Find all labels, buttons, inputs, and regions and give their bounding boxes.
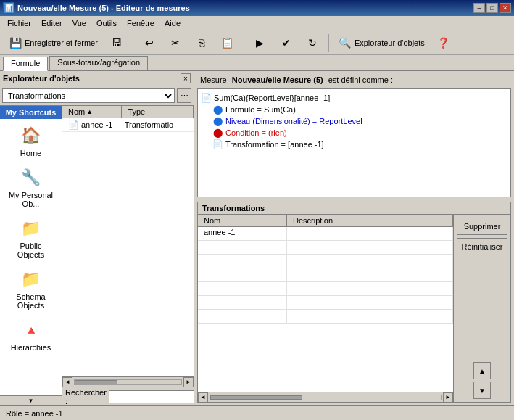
explorer-icon: 🔍 [338,36,352,50]
shortcut-personal-label: My Personal Ob... [9,191,54,208]
table-row[interactable] [198,268,453,282]
trans-cell-desc-5 [287,296,453,309]
trans-cell-nom-3 [198,268,287,281]
col-nom[interactable]: Nom ▲ [62,106,122,118]
hscroll-bar: ◄ ► [62,376,194,387]
left-panel: Explorateur d'objets × Transformations ⋯… [0,71,194,405]
shortcut-home-label: Home [20,149,41,157]
save-icon: 💾 [8,36,22,50]
trans-cell-desc-4 [287,282,453,295]
scroll-thumb [75,380,117,384]
shortcut-personal[interactable]: 🔧 My Personal Ob... [7,164,56,210]
run-button[interactable]: ▶ [248,33,273,53]
panel-close-button[interactable]: × [181,73,191,83]
tab-sous-totaux[interactable]: Sous-totaux/agrégation [49,56,148,70]
scroll-track[interactable] [74,379,182,385]
menu-fenetre[interactable]: Fenêtre [123,18,159,28]
tree-icon-1: ⬤ [212,104,223,115]
move-down-button[interactable]: ▼ [473,382,491,399]
shortcut-public[interactable]: 📁 Public Objects [7,215,56,261]
shortcut-public-label: Public Objects [9,242,54,259]
tab-formule[interactable]: Formule [3,57,48,71]
public-icon: 📁 [20,217,43,240]
category-dropdown[interactable]: Transformations [2,88,175,103]
left-panel-inner: My Shortcuts 🏠 Home 🔧 My Personal Ob... … [0,106,194,405]
scroll-left-button[interactable]: ◄ [62,377,72,387]
tree-text-4: Transformation = [annee -1] [225,140,324,149]
shortcut-schema[interactable]: 📁 Schema Objects [7,265,56,312]
row-name: 📄 annee -1 [65,120,122,130]
trans-cell-desc-6 [287,310,453,323]
menu-fichier[interactable]: Fichier [3,18,36,28]
scroll-right-button[interactable]: ► [183,377,194,387]
shortcuts-header: My Shortcuts [0,106,62,119]
check-button[interactable]: ✔ [274,33,299,53]
paste-button[interactable]: 📋 [215,33,240,53]
tree-text-3: Condition = (rien) [225,128,287,137]
check-icon: ✔ [279,36,294,50]
shortcut-home[interactable]: 🏠 Home [7,122,56,160]
panel-header: Explorateur d'objets × [0,71,194,86]
shortcut-hierarchies-label: Hierarchies [11,343,51,352]
col-type[interactable]: Type [122,106,194,118]
trans-cell-nom-1 [198,241,287,254]
trans-cell-nom-2 [198,255,287,268]
save-close-button[interactable]: 💾 Enregistrer et fermer [3,33,103,53]
maximize-button[interactable]: □ [486,3,498,13]
trans-scroll-track[interactable] [210,395,442,400]
shortcut-hierarchies[interactable]: 🔺 Hierarchies [7,316,56,354]
move-up-button[interactable]: ▲ [473,362,491,379]
menu-outils[interactable]: Outils [92,18,121,28]
tree-text-1: Formule = Sum(Ca) [225,105,296,114]
toolbar-sep-1 [133,34,133,52]
hierarchies-icon: 🔺 [20,318,43,342]
explorer-label: Explorateur d'objets [355,38,425,47]
copy-icon: ⎘ [194,36,209,50]
tree-item-3[interactable]: ⬤ Condition = (rien) [201,127,507,139]
cut-button[interactable]: ✂ [163,33,188,53]
tree-icon-2: ⬤ [212,116,223,126]
reinitialiser-button[interactable]: Réinitialiser [457,238,507,255]
table-row[interactable] [198,241,453,255]
table-row[interactable]: annee -1 [198,227,453,241]
measure-name: Nouveau/elle Mesure (5) [232,75,323,84]
menu-vue[interactable]: Vue [68,18,91,28]
toolbar-sep-3 [328,34,329,52]
refresh-button[interactable]: ↻ [300,33,325,53]
table-row[interactable] [198,255,453,268]
paste-icon: 📋 [220,36,235,50]
floppy-icon: 🖫 [109,36,124,50]
undo-button[interactable]: ↩ [137,33,162,53]
window-title: Nouveau/elle Mesure (5) - Editeur de mes… [17,4,190,12]
table-row[interactable] [198,282,453,296]
trans-cell-nom-6 [198,310,287,323]
menu-editer[interactable]: Editer [37,18,67,28]
tree-item-1[interactable]: ⬤ Formule = Sum(Ca) [201,104,507,115]
dropdown-extra-button[interactable]: ⋯ [177,88,191,103]
search-input[interactable] [109,390,194,403]
trans-cell-desc-2 [287,255,453,268]
personal-icon: 🔧 [20,166,43,189]
supprimer-button[interactable]: Supprimer [457,218,507,235]
tab-bar: Formule Sous-totaux/agrégation [0,55,514,71]
table-row[interactable] [198,296,453,310]
run-icon: ▶ [253,36,268,50]
copy-button[interactable]: ⎘ [189,33,214,53]
table-row[interactable]: 📄 annee -1 Transformatio [62,118,194,132]
row-type: Transformatio [122,120,191,129]
tree-item-2[interactable]: ⬤ Niveau (Dimensionalité) = ReportLevel [201,115,507,127]
table-row[interactable] [198,310,453,324]
trans-scroll-left[interactable]: ◄ [198,392,208,403]
scroll-down-icon: ▼ [28,398,34,404]
minimize-button[interactable]: – [473,3,485,13]
menu-aide[interactable]: Aide [160,18,185,28]
refresh-icon: ↻ [305,36,320,50]
close-button[interactable]: ✕ [500,3,511,13]
tree-item-0[interactable]: 📄 Sum(Ca){ReportLevel}[annee -1] [201,92,507,104]
trans-scroll-right[interactable]: ► [443,392,453,403]
trans-table: Nom Description annee -1 [198,215,453,402]
tree-item-4[interactable]: 📄 Transformation = [annee -1] [201,139,507,150]
help-button[interactable]: ❓ [431,33,456,53]
explorer-button[interactable]: 🔍 Explorateur d'objets [333,33,430,53]
floppy-button[interactable]: 🖫 [104,33,129,53]
